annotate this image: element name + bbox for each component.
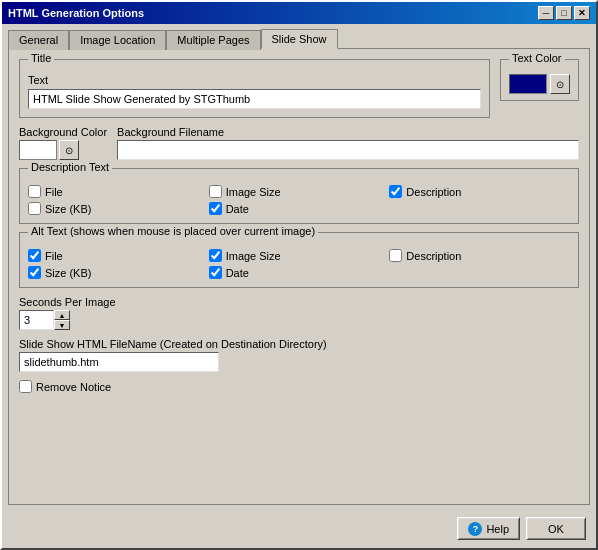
seconds-per-image-label: Seconds Per Image <box>19 296 579 308</box>
desc-file-checkbox[interactable] <box>28 185 41 198</box>
alt-description-checkbox[interactable] <box>389 249 402 262</box>
alt-date-item: Date <box>209 266 390 279</box>
slideshow-filename-label: Slide Show HTML FileName (Created on Des… <box>19 338 579 350</box>
tab-general[interactable]: General <box>8 30 69 50</box>
text-field-label: Text <box>28 74 481 86</box>
alt-date-checkbox[interactable] <box>209 266 222 279</box>
remove-notice-checkbox[interactable] <box>19 380 32 393</box>
content-area: Title Text Text Color ⊙ Background Color… <box>8 48 590 505</box>
alt-imagesize-item: Image Size <box>209 249 390 262</box>
title-group: Title Text <box>19 59 490 118</box>
alt-file-label: File <box>45 250 63 262</box>
help-button-label: Help <box>486 523 509 535</box>
main-window: HTML Generation Options ─ □ ✕ General Im… <box>0 0 598 550</box>
bg-filename-label: Background Filename <box>117 126 579 138</box>
alt-description-label: Description <box>406 250 461 262</box>
spinner-down-button[interactable]: ▼ <box>54 320 70 330</box>
text-color-label: Text Color <box>509 52 565 64</box>
bg-color-label: Background Color <box>19 126 107 138</box>
desc-imagesize-checkbox[interactable] <box>209 185 222 198</box>
slideshow-filename-section: Slide Show HTML FileName (Created on Des… <box>19 338 579 372</box>
seconds-per-image-section: Seconds Per Image ▲ ▼ <box>19 296 579 330</box>
window-title: HTML Generation Options <box>8 7 144 19</box>
minimize-button[interactable]: ─ <box>538 6 554 20</box>
ok-button[interactable]: OK <box>526 517 586 540</box>
remove-notice-label: Remove Notice <box>36 381 111 393</box>
desc-description-item: Description <box>389 185 570 198</box>
description-checkboxes: File Image Size Description Size (KB) Da… <box>28 175 570 215</box>
alt-date-label: Date <box>226 267 249 279</box>
desc-sizekb-label: Size (KB) <box>45 203 91 215</box>
title-bar: HTML Generation Options ─ □ ✕ <box>2 2 596 24</box>
seconds-input[interactable] <box>19 310 54 330</box>
alt-sizekb-label: Size (KB) <box>45 267 91 279</box>
title-text-input[interactable] <box>28 89 481 109</box>
alt-imagesize-checkbox[interactable] <box>209 249 222 262</box>
bg-filename-group: Background Filename <box>117 126 579 160</box>
desc-date-checkbox[interactable] <box>209 202 222 215</box>
tabs-bar: General Image Location Multiple Pages Sl… <box>2 24 596 48</box>
text-color-picker-button[interactable]: ⊙ <box>550 74 570 94</box>
bottom-buttons: ? Help OK <box>2 511 596 548</box>
alt-sizekb-checkbox[interactable] <box>28 266 41 279</box>
spinner-up-button[interactable]: ▲ <box>54 310 70 320</box>
bg-filename-input[interactable] <box>117 140 579 160</box>
desc-file-label: File <box>45 186 63 198</box>
text-color-swatch <box>509 74 547 94</box>
bg-color-picker-button[interactable]: ⊙ <box>59 140 79 160</box>
desc-description-checkbox[interactable] <box>389 185 402 198</box>
desc-sizekb-checkbox[interactable] <box>28 202 41 215</box>
alt-imagesize-label: Image Size <box>226 250 281 262</box>
desc-date-item: Date <box>209 202 390 215</box>
desc-file-item: File <box>28 185 209 198</box>
tab-image-location[interactable]: Image Location <box>69 30 166 50</box>
alt-file-item: File <box>28 249 209 262</box>
alt-text-group: Alt Text (shows when mouse is placed ove… <box>19 232 579 288</box>
alt-checkboxes: File Image Size Description Size (KB) Da… <box>28 239 570 279</box>
alt-file-checkbox[interactable] <box>28 249 41 262</box>
description-text-group: Description Text File Image Size Descrip… <box>19 168 579 224</box>
slideshow-filename-input[interactable] <box>19 352 219 372</box>
desc-imagesize-item: Image Size <box>209 185 390 198</box>
desc-date-label: Date <box>226 203 249 215</box>
alt-sizekb-item: Size (KB) <box>28 266 209 279</box>
help-button[interactable]: ? Help <box>457 517 520 540</box>
tab-multiple-pages[interactable]: Multiple Pages <box>166 30 260 50</box>
text-color-group: Text Color ⊙ <box>500 59 579 101</box>
title-group-label: Title <box>28 52 54 64</box>
remove-notice-row: Remove Notice <box>19 380 579 393</box>
close-button[interactable]: ✕ <box>574 6 590 20</box>
title-bar-buttons: ─ □ ✕ <box>538 6 590 20</box>
alt-text-label: Alt Text (shows when mouse is placed ove… <box>28 225 318 237</box>
spinner-buttons: ▲ ▼ <box>54 310 70 330</box>
desc-imagesize-label: Image Size <box>226 186 281 198</box>
seconds-spinner-row: ▲ ▼ <box>19 310 579 330</box>
alt-description-item: Description <box>389 249 570 262</box>
bg-color-swatch <box>19 140 57 160</box>
maximize-button[interactable]: □ <box>556 6 572 20</box>
description-text-label: Description Text <box>28 161 112 173</box>
help-icon: ? <box>468 522 482 536</box>
background-row: Background Color ⊙ Background Filename <box>19 126 579 160</box>
desc-sizekb-item: Size (KB) <box>28 202 209 215</box>
desc-description-label: Description <box>406 186 461 198</box>
ok-button-label: OK <box>548 523 564 535</box>
tab-slide-show[interactable]: Slide Show <box>261 29 338 49</box>
